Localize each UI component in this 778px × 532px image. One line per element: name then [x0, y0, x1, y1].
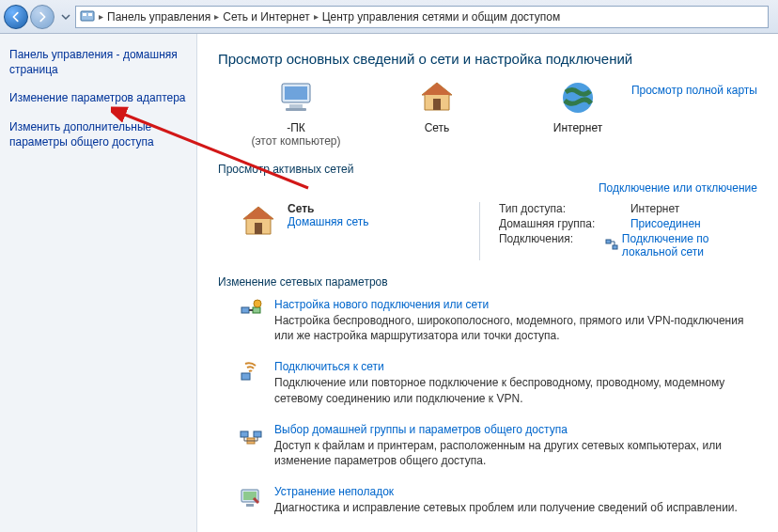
task-troubleshoot-link[interactable]: Устранение неполадок — [274, 485, 394, 498]
connect-disconnect-link[interactable]: Подключение или отключение — [599, 181, 757, 195]
svg-rect-2 — [88, 13, 92, 16]
svg-point-14 — [254, 300, 261, 307]
sidebar: Панель управления - домашняя страница Из… — [0, 34, 197, 532]
breadcrumb-item-network-internet[interactable]: Сеть и Интернет — [223, 10, 309, 23]
svg-point-8 — [563, 83, 593, 113]
breadcrumb-item-network-center[interactable]: Центр управления сетями и общим доступом — [322, 10, 561, 23]
current-network: Сеть Домашняя сеть — [239, 202, 451, 260]
svg-rect-6 — [286, 108, 306, 111]
network-settings-heading: Изменение сетевых параметров — [218, 275, 757, 289]
task-new-connection-link[interactable]: Настройка нового подключения или сети — [274, 298, 489, 311]
svg-rect-16 — [241, 431, 248, 437]
chevron-right-icon: ▸ — [214, 11, 219, 22]
chevron-right-icon: ▸ — [99, 11, 103, 22]
troubleshoot-icon — [239, 485, 263, 509]
task-new-connection: Настройка нового подключения или сети На… — [239, 298, 757, 343]
view-full-map-link[interactable]: Просмотр полной карты — [631, 84, 757, 97]
network-map: -ПК (этот компьютер) Сеть Интернет — [218, 78, 631, 148]
task-connect-network-link[interactable]: Подключиться к сети — [274, 360, 384, 373]
network-connection-icon — [605, 238, 618, 254]
connect-network-icon — [239, 360, 263, 384]
svg-rect-7 — [433, 99, 441, 110]
svg-rect-17 — [254, 431, 261, 437]
sidebar-item-home[interactable]: Панель управления - домашняя страница — [9, 47, 187, 77]
homegroup-label: Домашняя группа: — [499, 217, 630, 230]
content-pane: Просмотр основных сведений о сети и наст… — [197, 34, 778, 532]
chevron-right-icon: ▸ — [314, 11, 319, 22]
map-node-internet: Интернет — [526, 78, 630, 134]
sidebar-item-sharing-settings[interactable]: Изменить дополнительные параметры общего… — [9, 119, 187, 149]
network-type-link[interactable]: Домашняя сеть — [288, 215, 368, 228]
task-new-connection-desc: Настройка беспроводного, широкополосного… — [274, 313, 757, 343]
homegroup-value-link[interactable]: Присоединен — [630, 217, 701, 230]
house-icon — [417, 78, 457, 117]
svg-rect-9 — [255, 223, 262, 234]
breadcrumb-item-control-panel[interactable]: Панель управления — [107, 10, 210, 23]
svg-rect-13 — [253, 307, 260, 313]
svg-rect-1 — [83, 13, 86, 16]
control-panel-icon — [80, 9, 95, 24]
network-details: Тип доступа: Интернет Домашняя группа: П… — [479, 202, 757, 260]
connection-link[interactable]: Подключение по локальной сети — [622, 232, 757, 258]
forward-button[interactable] — [30, 5, 54, 29]
new-connection-icon — [239, 298, 263, 322]
task-troubleshoot: Устранение неполадок Диагностика и испра… — [239, 485, 757, 515]
house-icon — [239, 202, 278, 242]
svg-rect-10 — [606, 240, 611, 243]
svg-rect-11 — [613, 245, 617, 249]
svg-rect-4 — [285, 86, 307, 100]
task-troubleshoot-desc: Диагностика и исправление сетевых пробле… — [274, 500, 738, 515]
back-button[interactable] — [4, 5, 28, 29]
task-homegroup: Выбор домашней группы и параметров общег… — [239, 423, 757, 468]
breadcrumb[interactable]: ▸ Панель управления ▸ Сеть и Интернет ▸ … — [75, 6, 769, 28]
connections-label: Подключения: — [499, 232, 605, 258]
map-pc-label: -ПК — [244, 121, 348, 134]
globe-icon — [558, 78, 598, 117]
sidebar-item-adapter-settings[interactable]: Изменение параметров адаптера — [9, 90, 187, 105]
task-homegroup-link[interactable]: Выбор домашней группы и параметров общег… — [274, 423, 568, 436]
task-connect-network-desc: Подключение или повторное подключение к … — [274, 375, 757, 405]
task-connect-network: Подключиться к сети Подключение или повт… — [239, 360, 757, 405]
homegroup-icon — [239, 423, 263, 447]
access-type-label: Тип доступа: — [499, 202, 630, 215]
svg-rect-21 — [246, 504, 254, 507]
map-pc-sub: (этот компьютер) — [244, 134, 348, 148]
computer-icon — [276, 78, 316, 117]
access-type-value: Интернет — [630, 202, 679, 215]
address-bar: ▸ Панель управления ▸ Сеть и Интернет ▸ … — [0, 0, 778, 34]
network-name: Сеть — [288, 202, 368, 215]
svg-rect-15 — [241, 373, 250, 380]
active-networks-heading: Просмотр активных сетей — [218, 163, 757, 176]
map-node-pc: -ПК (этот компьютер) — [244, 78, 348, 148]
svg-rect-5 — [289, 104, 303, 108]
history-dropdown[interactable] — [59, 12, 72, 22]
page-title: Просмотр основных сведений о сети и наст… — [218, 51, 757, 67]
map-network-label: Сеть — [385, 121, 489, 134]
svg-rect-12 — [241, 307, 249, 313]
map-node-network: Сеть — [385, 78, 489, 134]
map-internet-label: Интернет — [526, 121, 630, 134]
task-homegroup-desc: Доступ к файлам и принтерам, расположенн… — [274, 438, 757, 468]
